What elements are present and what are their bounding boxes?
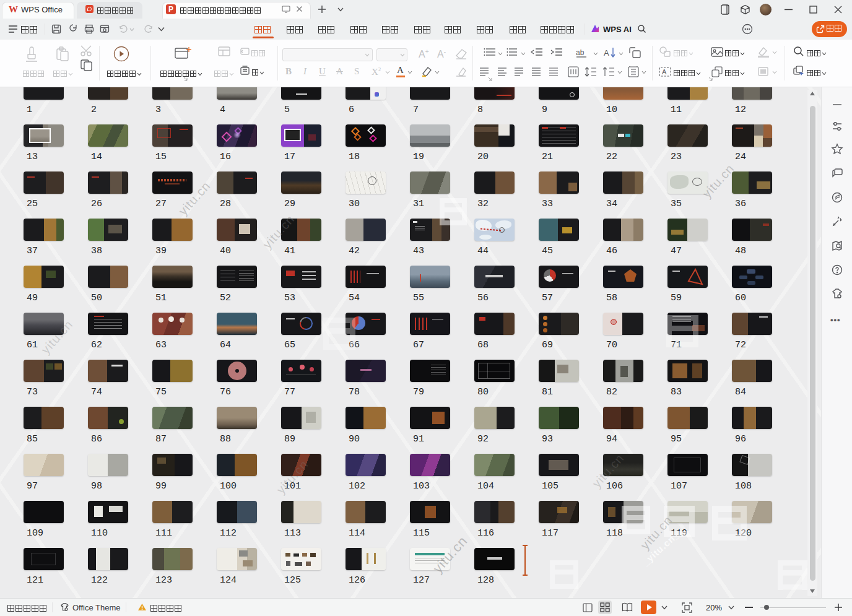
- svg-text:ab: ab: [576, 48, 585, 57]
- svg-text:A: A: [662, 68, 667, 76]
- svg-text:A: A: [604, 48, 609, 58]
